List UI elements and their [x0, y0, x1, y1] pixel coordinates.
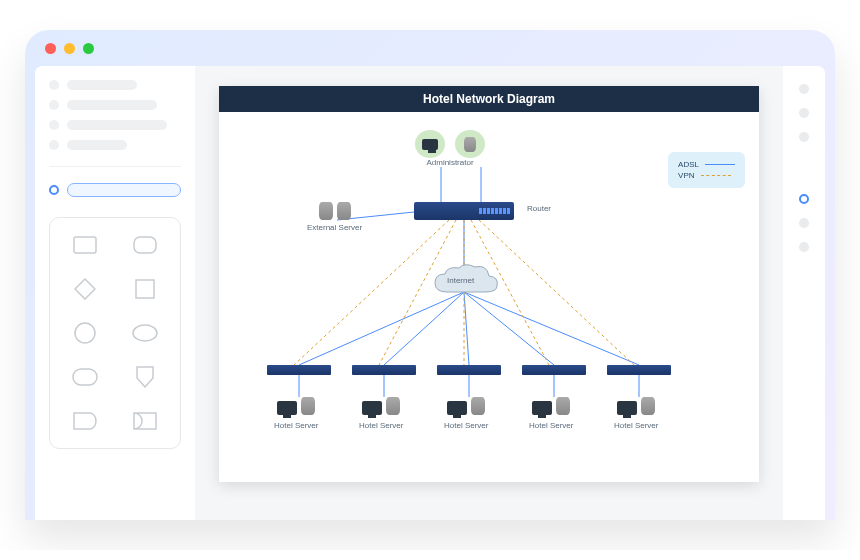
legend-adsl: ADSL [678, 160, 735, 169]
hotel-server-label: Hotel Server [614, 421, 658, 431]
legend-adsl-label: ADSL [678, 160, 699, 169]
node-switch[interactable] [607, 365, 671, 375]
shape-square[interactable] [122, 274, 168, 304]
node-internet[interactable]: Internet [429, 262, 501, 306]
outline-panel [35, 66, 195, 520]
outline-item[interactable] [49, 140, 181, 150]
rail-item[interactable] [799, 108, 809, 118]
rail-item[interactable] [799, 218, 809, 228]
outline-item-active[interactable] [49, 183, 181, 197]
hotel-server-label: Hotel Server [274, 421, 318, 431]
node-hotel-server[interactable]: Hotel Server [274, 397, 318, 431]
app-window: Hotel Network Diagram [25, 30, 835, 520]
minimize-icon[interactable] [64, 43, 75, 54]
shape-capsule[interactable] [62, 362, 108, 392]
svg-rect-0 [74, 237, 96, 253]
close-icon[interactable] [45, 43, 56, 54]
node-administrator[interactable]: Administrator [415, 130, 485, 168]
svg-rect-2 [136, 280, 154, 298]
node-hotel-server[interactable]: Hotel Server [614, 397, 658, 431]
svg-point-3 [75, 323, 95, 343]
node-switch[interactable] [352, 365, 416, 375]
node-hotel-server[interactable]: Hotel Server [444, 397, 488, 431]
right-rail [783, 66, 825, 520]
rail-item[interactable] [799, 132, 809, 142]
svg-rect-1 [134, 237, 156, 253]
router-icon [414, 202, 514, 220]
shape-rectangle[interactable] [62, 230, 108, 260]
svg-rect-5 [73, 369, 97, 385]
shape-rounded-rect[interactable] [122, 230, 168, 260]
titlebar [25, 30, 835, 66]
node-external-server[interactable]: External Server [307, 202, 362, 233]
internet-label: Internet [447, 276, 474, 286]
maximize-icon[interactable] [83, 43, 94, 54]
legend: ADSL VPN [668, 152, 745, 188]
rail-item[interactable] [799, 84, 809, 94]
diagram-body: ADSL VPN Admini [219, 112, 759, 482]
node-hotel-server[interactable]: Hotel Server [359, 397, 403, 431]
shape-pentagon[interactable] [122, 362, 168, 392]
node-switch[interactable] [267, 365, 331, 375]
rail-item[interactable] [799, 242, 809, 252]
external-server-label: External Server [307, 223, 362, 233]
svg-line-19 [479, 220, 634, 365]
shapes-palette [49, 217, 181, 449]
diagram-title: Hotel Network Diagram [219, 86, 759, 112]
shape-notch[interactable] [122, 406, 168, 436]
outline-item[interactable] [49, 80, 181, 90]
legend-vpn: VPN [678, 171, 735, 180]
diagram-document[interactable]: Hotel Network Diagram [219, 86, 759, 482]
divider [49, 166, 181, 167]
shape-diamond[interactable] [62, 274, 108, 304]
shape-ellipse[interactable] [122, 318, 168, 348]
hotel-server-label: Hotel Server [444, 421, 488, 431]
rail-item-active[interactable] [799, 194, 809, 204]
hotel-server-label: Hotel Server [529, 421, 573, 431]
radio-active-icon [49, 185, 59, 195]
node-switch[interactable] [437, 365, 501, 375]
legend-vpn-label: VPN [678, 171, 694, 180]
svg-line-15 [294, 220, 449, 365]
node-hotel-server[interactable]: Hotel Server [529, 397, 573, 431]
svg-point-4 [133, 325, 157, 341]
canvas[interactable]: Hotel Network Diagram [195, 66, 783, 520]
outline-item[interactable] [49, 100, 181, 110]
node-switch[interactable] [522, 365, 586, 375]
router-label: Router [527, 204, 551, 214]
outline-item[interactable] [49, 120, 181, 130]
active-pill [67, 183, 181, 197]
workspace: Hotel Network Diagram [35, 66, 825, 520]
administrator-label: Administrator [426, 158, 473, 168]
hotel-server-label: Hotel Server [359, 421, 403, 431]
node-router[interactable] [414, 202, 514, 220]
shape-tab[interactable] [62, 406, 108, 436]
shape-circle[interactable] [62, 318, 108, 348]
